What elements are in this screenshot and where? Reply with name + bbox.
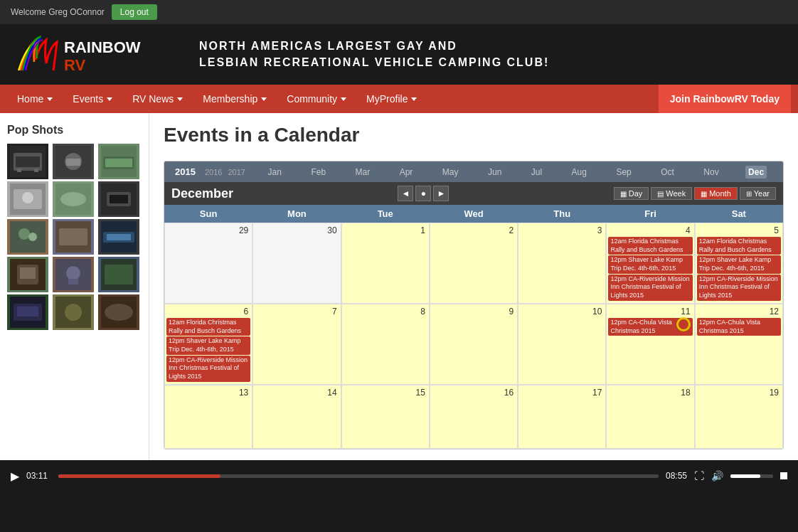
nav-events[interactable]: Events (63, 85, 122, 113)
cal-cell[interactable]: 2 (430, 223, 518, 304)
cal-day-btn[interactable]: ▦ Day (614, 187, 649, 200)
nav-membership[interactable]: Membership (193, 85, 277, 113)
cal-nav-buttons: ◄ ● ► (398, 186, 449, 201)
svg-point-44 (105, 304, 133, 321)
cal-cell[interactable]: 7 (252, 304, 341, 385)
volume-bar[interactable] (730, 474, 773, 478)
membership-caret-icon (261, 97, 267, 101)
month-oct[interactable]: Oct (658, 166, 677, 179)
cal-prev-btn[interactable]: ◄ (398, 186, 413, 201)
cal-month-btn[interactable]: ▦ Month (694, 187, 738, 200)
photo-thumb[interactable] (53, 181, 94, 217)
svg-rect-7 (34, 169, 38, 172)
nav-rvnews[interactable]: RV News (122, 85, 193, 113)
cal-cell[interactable]: 1 (341, 223, 430, 304)
cal-cell[interactable]: 14 (252, 385, 341, 449)
cal-event[interactable]: 12pm CA-Riverside Mission Inn Christmas … (697, 275, 781, 301)
svg-rect-40 (17, 307, 38, 316)
cal-event[interactable]: 12pm CA-Riverside Mission Inn Christmas … (608, 275, 692, 301)
photo-thumb[interactable] (53, 294, 94, 330)
home-caret-icon (47, 97, 53, 101)
cal-event[interactable]: 12pm CA-Chula Vista Christmas 2015 (697, 318, 781, 336)
month-feb[interactable]: Feb (308, 166, 329, 179)
day-header-fri: Fri (606, 205, 694, 223)
cal-cell-fri4[interactable]: 4 12am Florida Christmas Rally and Busch… (606, 223, 694, 304)
video-play-button[interactable]: ▶ (11, 469, 19, 483)
cal-event[interactable]: 12am Florida Christmas Rally and Busch G… (697, 237, 781, 255)
photo-thumb[interactable] (7, 144, 48, 179)
cal-cell[interactable]: 19 (695, 385, 783, 449)
cal-cell[interactable]: 15 (341, 385, 430, 449)
cal-header: December ◄ ● ► ▦ Day ▤ Week (164, 182, 783, 205)
photo-thumb[interactable] (98, 144, 139, 179)
photo-thumb[interactable] (98, 219, 139, 255)
calendar: 2015 2016 2017 Jan Feb Mar Apr May Jun J… (164, 161, 784, 449)
cal-event[interactable]: 12am Florida Christmas Rally and Busch G… (608, 237, 692, 255)
cal-cell-fri11[interactable]: 11 12pm CA-Chula Vista Christmas 2015 (606, 304, 694, 385)
photo-thumb[interactable] (53, 219, 94, 255)
cal-cell[interactable]: 9 (430, 304, 518, 385)
month-mar[interactable]: Mar (353, 166, 373, 179)
nav-home[interactable]: Home (7, 85, 63, 113)
year-nav: 2015 2016 2017 Jan Feb Mar Apr May Jun J… (164, 161, 783, 182)
month-jun[interactable]: Jun (485, 166, 504, 179)
month-may[interactable]: May (440, 166, 462, 179)
cal-year-btn[interactable]: ⊞ Year (740, 187, 776, 200)
cal-cell[interactable]: 8 (341, 304, 430, 385)
cal-cell[interactable]: 29 (164, 223, 252, 304)
photo-thumb[interactable] (7, 294, 48, 330)
community-caret-icon (341, 97, 346, 101)
cal-cell[interactable]: 10 (518, 304, 606, 385)
cal-cell-sun6[interactable]: 6 12am Florida Christmas Rally and Busch… (164, 304, 252, 385)
cal-event[interactable]: 12pm Shaver Lake Kamp Trip Dec. 4th-6th,… (166, 336, 250, 354)
cal-event[interactable]: 12am Florida Christmas Rally and Busch G… (166, 318, 250, 336)
photo-thumb[interactable] (7, 181, 48, 217)
cal-cell-sat12[interactable]: 12 12pm CA-Chula Vista Christmas 2015 (695, 304, 783, 385)
photo-grid (7, 144, 142, 330)
cal-cell[interactable]: 18 (606, 385, 694, 449)
month-jul[interactable]: Jul (528, 166, 545, 179)
photo-thumb[interactable] (53, 257, 94, 292)
month-dec[interactable]: Dec (745, 166, 767, 179)
svg-point-16 (22, 192, 33, 203)
cal-today-btn[interactable]: ● (415, 186, 431, 201)
cal-event[interactable]: 12pm CA-Riverside Mission Inn Christmas … (166, 356, 250, 382)
photo-thumb[interactable] (98, 257, 139, 292)
photo-thumb[interactable] (98, 181, 139, 217)
cal-event[interactable]: 12pm CA-Chula Vista Christmas 2015 (608, 318, 692, 336)
cal-week-btn[interactable]: ▤ Week (651, 187, 692, 200)
video-progress-bar[interactable] (58, 474, 659, 478)
photo-thumb[interactable] (7, 257, 48, 292)
month-jan[interactable]: Jan (265, 166, 284, 179)
site-tagline: NORTH AMERICAS LARGEST GAY AND LESBIAN R… (185, 38, 549, 70)
cal-cell-sat5[interactable]: 5 12am Florida Christmas Rally and Busch… (695, 223, 783, 304)
volume-knob[interactable] (780, 472, 787, 479)
photo-thumb[interactable] (53, 144, 94, 179)
day-header-sun: Sun (164, 205, 252, 223)
photo-thumb[interactable] (7, 219, 48, 255)
cal-cell[interactable]: 17 (518, 385, 606, 449)
cal-cell[interactable]: 30 (252, 223, 341, 304)
nav-community[interactable]: Community (277, 85, 356, 113)
fullscreen-button[interactable]: ⛶ (694, 470, 704, 482)
cal-event[interactable]: 12pm Shaver Lake Kamp Trip Dec. 4th-6th,… (608, 255, 692, 273)
site-header: RAINBOW RV NORTH AMERICAS LARGEST GAY AN… (0, 24, 798, 85)
cal-next-btn[interactable]: ► (433, 186, 449, 201)
video-bar: ▶ 03:11 08:55 ⛶ 🔊 (0, 460, 798, 492)
cal-cell[interactable]: 3 (518, 223, 606, 304)
svg-rect-10 (66, 159, 80, 166)
month-apr[interactable]: Apr (397, 166, 416, 179)
nav-join[interactable]: Join RainbowRV Today (659, 85, 791, 113)
day-header-sat: Sat (695, 205, 783, 223)
cal-cell[interactable]: 16 (430, 385, 518, 449)
cal-cell[interactable]: 13 (164, 385, 252, 449)
logout-button[interactable]: Log out (112, 4, 157, 20)
month-aug[interactable]: Aug (569, 166, 590, 179)
month-sep[interactable]: Sep (613, 166, 634, 179)
month-nov[interactable]: Nov (701, 166, 721, 179)
nav-myprofile[interactable]: MyProfile (356, 85, 427, 113)
year-2015[interactable]: 2015 (171, 165, 199, 179)
cal-view-buttons: ▦ Day ▤ Week ▦ Month ⊞ Y (614, 187, 776, 200)
cal-event[interactable]: 12pm Shaver Lake Kamp Trip Dec. 4th-6th,… (697, 255, 781, 273)
photo-thumb[interactable] (98, 294, 139, 330)
